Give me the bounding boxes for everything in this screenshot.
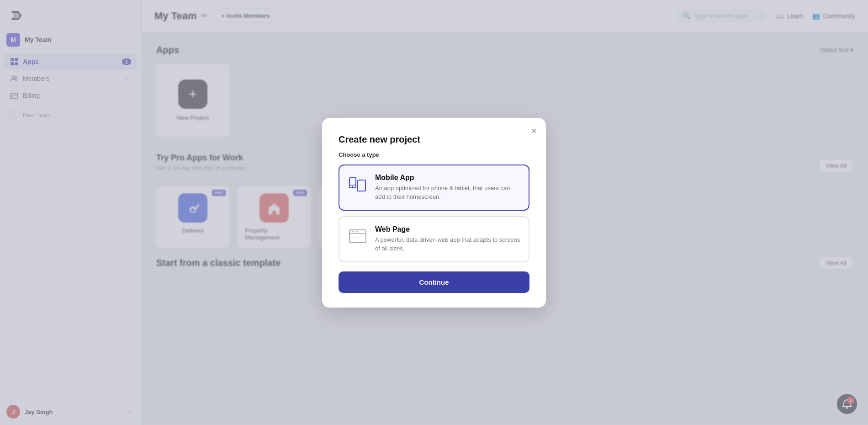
svg-rect-12 xyxy=(349,178,356,185)
web-page-icon xyxy=(348,225,368,247)
create-project-modal: × Create new project Choose a type Mobil… xyxy=(322,118,546,308)
mobile-app-option[interactable]: Mobile App An app optimized for phone & … xyxy=(339,165,529,211)
svg-rect-13 xyxy=(357,180,365,191)
modal-close-button[interactable]: × xyxy=(531,126,537,135)
web-page-info: Web Page A powerful, data-driven web app… xyxy=(375,225,520,253)
mobile-app-info: Mobile App An app optimized for phone & … xyxy=(375,174,520,202)
web-page-option[interactable]: Web Page A powerful, data-driven web app… xyxy=(339,216,529,262)
web-page-name: Web Page xyxy=(375,225,520,234)
web-page-desc: A powerful, data-driven web app that ada… xyxy=(375,235,520,253)
continue-button[interactable]: Continue xyxy=(339,271,529,293)
svg-point-18 xyxy=(355,231,356,232)
svg-point-19 xyxy=(357,231,359,232)
modal-choose-type-label: Choose a type xyxy=(339,151,529,158)
modal-title: Create new project xyxy=(339,134,529,145)
mobile-app-name: Mobile App xyxy=(375,174,520,182)
mobile-app-desc: An app optimized for phone & tablet, tha… xyxy=(375,184,520,202)
svg-point-17 xyxy=(352,231,353,232)
mobile-app-icon xyxy=(348,174,368,196)
modal-overlay[interactable]: × Create new project Choose a type Mobil… xyxy=(0,0,868,425)
